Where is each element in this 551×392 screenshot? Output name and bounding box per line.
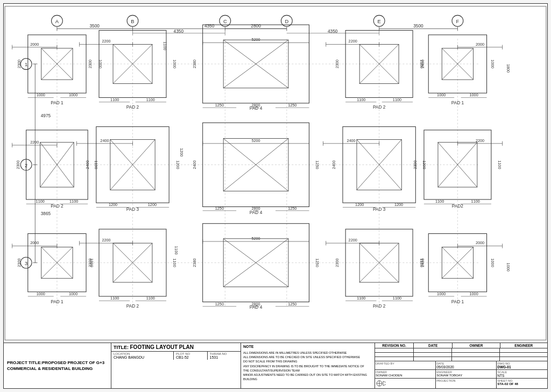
svg-text:1000: 1000	[37, 92, 45, 97]
svg-text:5200: 5200	[251, 138, 260, 143]
svg-text:2380: 2380	[192, 60, 197, 68]
svg-text:2380: 2380	[192, 259, 197, 267]
svg-text:2800: 2800	[251, 302, 260, 307]
proj-sheet-row: PROJECTION SHEET NO. STA-02 OF 48	[375, 379, 547, 388]
dwg-no-cell: DWG NO DWG-01	[497, 361, 547, 369]
svg-text:1250: 1250	[288, 103, 296, 108]
svg-text:2300: 2300	[335, 60, 340, 68]
svg-text:2400: 2400	[420, 60, 425, 68]
date2-value: 05/03/2020	[436, 365, 496, 369]
drafted-row: DRAFTED BY DATE 05/03/2020 DWG NO DWG-01	[375, 361, 547, 370]
svg-text:1000: 1000	[506, 263, 511, 272]
svg-text:PAD 1: PAD 1	[451, 299, 464, 304]
svg-text:1250: 1250	[215, 302, 224, 307]
svg-text:2000: 2000	[476, 42, 484, 47]
svg-text:1200: 1200	[179, 148, 184, 156]
svg-text:3500: 3500	[413, 23, 423, 28]
date-cell: DATE 05/03/2020	[436, 361, 497, 369]
svg-text:2200: 2200	[102, 238, 110, 243]
note-text: ALL DIMENSIONS ARE IN MILLIMETRES UNLESS…	[243, 351, 372, 382]
svg-text:PAD 2: PAD 2	[373, 303, 386, 309]
svg-text:2400: 2400	[192, 160, 197, 169]
svg-text:1000: 1000	[470, 92, 478, 97]
svg-text:1100: 1100	[146, 296, 155, 301]
svg-text:PAD 2: PAD 2	[126, 104, 139, 110]
svg-text:4350: 4350	[174, 28, 184, 34]
svg-text:4350: 4350	[328, 28, 338, 34]
svg-text:2400: 2400	[331, 160, 336, 169]
svg-text:2300: 2300	[335, 259, 340, 267]
plot-no-value: CB1-52	[176, 355, 190, 359]
main-container: A B C D E F 3500 4350	[0, 0, 551, 392]
rev-no-2	[375, 353, 414, 357]
rev-row-2	[375, 353, 547, 357]
svg-text:1100: 1100	[497, 160, 502, 169]
title-middle: TITLE: FOOTING LAYOUT PLAN LOCATION CHAN…	[111, 343, 241, 388]
svg-text:2200: 2200	[30, 140, 39, 145]
rev-date-3	[414, 357, 453, 361]
svg-text:1250: 1250	[288, 302, 296, 307]
revision-no-header: REVISION NO.	[375, 343, 414, 348]
svg-text:1000: 1000	[37, 291, 45, 296]
location-row: LOCATION CHANG BANGDU PLOT NO CB1-52 THR…	[111, 352, 241, 360]
location-value: CHANG BANGDU	[114, 355, 144, 359]
svg-text:2400: 2400	[85, 160, 90, 169]
svg-line-296	[383, 384, 386, 386]
svg-text:3865: 3865	[41, 211, 51, 216]
svg-text:2800: 2800	[251, 103, 260, 108]
svg-text:1000: 1000	[437, 92, 446, 97]
rev-eng-1	[500, 348, 547, 352]
rev-owner-1	[452, 348, 500, 352]
svg-text:PAD 2: PAD 2	[126, 303, 139, 309]
owner-cell: OWNER SONAM CHODEN	[375, 370, 436, 378]
svg-text:5200: 5200	[251, 37, 260, 42]
svg-text:1100: 1100	[110, 97, 119, 102]
svg-text:1250: 1250	[215, 103, 224, 108]
svg-text:2300: 2300	[17, 60, 22, 68]
projection-label-cell: PROJECTION	[436, 379, 497, 388]
svg-text:1100: 1100	[357, 296, 365, 301]
svg-text:PAD 1: PAD 1	[451, 100, 464, 105]
title-label-row: TITLE: FOOTING LAYOUT PLAN	[111, 343, 241, 352]
svg-text:1000: 1000	[490, 259, 495, 267]
revision-header: REVISION NO. DATE OWNER ENGINEER	[375, 343, 547, 348]
svg-text:2000: 2000	[30, 240, 39, 245]
svg-text:1000: 1000	[470, 291, 478, 296]
rev-eng-2	[500, 353, 547, 357]
svg-text:1100: 1100	[174, 246, 179, 254]
engineer-cell-value: SONAM TOBOAY	[436, 374, 496, 377]
svg-text:4975: 4975	[41, 113, 51, 118]
note-section: NOTE ALL DIMENSIONS ARE IN MILLIMETRES U…	[241, 343, 375, 388]
svg-text:1100: 1100	[357, 97, 365, 102]
plot-no-cell: PLOT NO CB1-52	[174, 352, 208, 360]
svg-text:3500: 3500	[89, 23, 100, 28]
title-block: PROJECT TITLE:PROPOSED PROJECT OF G+3 CO…	[3, 343, 548, 389]
svg-text:1100: 1100	[146, 97, 155, 102]
svg-text:1000: 1000	[69, 291, 77, 296]
sheet-no-cell: SHEET NO. STA-02 OF 48	[497, 379, 547, 388]
svg-text:2300: 2300	[88, 60, 93, 68]
svg-text:1250: 1250	[215, 206, 224, 211]
svg-text:1100: 1100	[36, 199, 45, 204]
svg-text:2000: 2000	[476, 240, 484, 245]
svg-text:1200: 1200	[148, 202, 157, 207]
drafted-by-label: DRAFTED BY	[376, 362, 435, 365]
svg-text:2200: 2200	[349, 238, 357, 243]
svg-text:1200: 1200	[109, 202, 117, 207]
svg-text:2300: 2300	[88, 259, 93, 267]
svg-text:4350: 4350	[204, 23, 215, 28]
svg-text:2400: 2400	[420, 259, 425, 267]
svg-text:1250: 1250	[315, 160, 320, 169]
owner-eng-row: OWNER SONAM CHODEN ENGINEER SONAM TOBOAY…	[375, 370, 547, 379]
project-title: PROJECT TITLE:PROPOSED PROJECT OF G+3 CO…	[7, 360, 108, 372]
projection-cell	[375, 379, 436, 388]
svg-text:1: 1	[25, 62, 27, 67]
rev-date-1	[414, 348, 453, 352]
scale-cell: SCALE NTS	[497, 370, 547, 378]
project-title-cell: PROJECT TITLE:PROPOSED PROJECT OF G+3 CO…	[4, 343, 111, 388]
projection-label: PROJECTION	[436, 379, 496, 382]
svg-text:1200: 1200	[355, 202, 364, 207]
rev-no-3	[375, 357, 414, 361]
engineer-header: ENGINEER	[500, 343, 547, 348]
svg-text:PAD 1: PAD 1	[51, 100, 63, 105]
